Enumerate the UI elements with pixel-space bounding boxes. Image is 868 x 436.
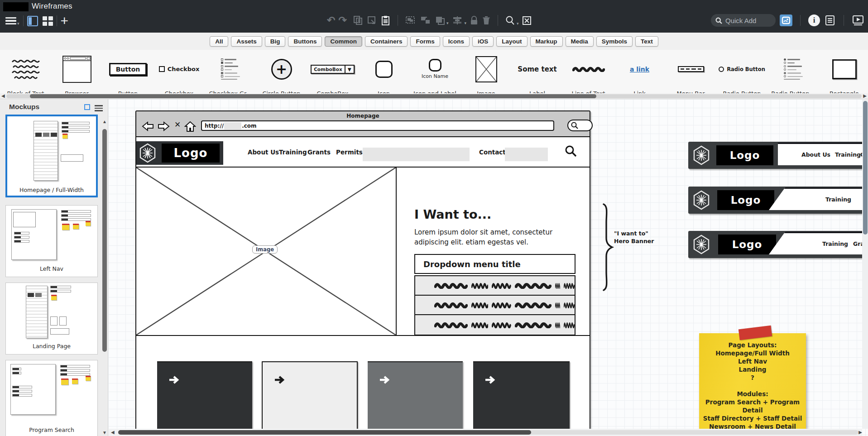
tab-ios[interactable]: iOS — [472, 36, 494, 47]
url-suffix: .com — [242, 123, 256, 129]
category-tabbar: All Assets Big Buttons Common Containers… — [0, 33, 868, 50]
header-variant-2[interactable]: Logo Training — [688, 187, 866, 214]
canvas[interactable]: Homepage ✕ http:// .com — [108, 99, 868, 436]
sidebar-scrollbar[interactable]: ▲ ▼ — [102, 118, 107, 435]
tab-assets[interactable]: Assets — [231, 36, 262, 47]
sidebar-thumbnail-view-icon[interactable] — [84, 104, 90, 110]
quick-add-input[interactable] — [725, 17, 771, 24]
homepage-mockup-window[interactable]: Homepage ✕ http:// .com — [135, 110, 590, 436]
mockup-card-label: Landing Page — [6, 343, 97, 350]
palette-item-radio-button[interactable]: Radio Button Radio Button — [716, 50, 767, 99]
ui-library-button[interactable] — [780, 14, 792, 26]
palette-item-block-of-text[interactable]: Block of Text — [0, 50, 51, 99]
palette-scroll-thumb[interactable] — [30, 94, 596, 98]
icon-and-label-thumbnail: Icon Name — [409, 50, 460, 88]
header-variant-1[interactable]: Logo About Us Training Grants — [688, 142, 866, 169]
single-view-toggle[interactable] — [27, 16, 38, 26]
mockup-card-program-search[interactable]: Program Search — [5, 360, 98, 436]
variant-link: Training — [835, 151, 861, 158]
notes-button[interactable] — [824, 14, 836, 26]
tab-containers[interactable]: Containers — [365, 36, 408, 47]
hero-heading: I Want to... — [414, 207, 491, 221]
header-variant-3[interactable]: Logo Training Grants — [688, 231, 866, 258]
mockup-card-landing-page[interactable]: Landing Page — [5, 283, 98, 355]
add-mockup-button[interactable]: + — [61, 16, 69, 26]
canvas-horizontal-scrollbar[interactable]: ◀ ▶ — [108, 429, 862, 436]
zoom-icon[interactable]: ▾ — [505, 15, 519, 26]
app-title: Wireframes — [32, 2, 72, 11]
palette-item-circle-button[interactable]: + Circle Button — [256, 50, 307, 99]
variant-logo: Logo — [716, 145, 773, 165]
nav-link-permits: Permits — [336, 149, 363, 156]
palette-scrollbar[interactable]: ◀ ▶ — [0, 93, 868, 99]
tab-all[interactable]: All — [210, 36, 228, 47]
mockup-card-left-nav[interactable]: Left Nav — [5, 205, 98, 277]
sticky-line: Staff Directory + Staff Detail — [699, 414, 806, 422]
tab-common[interactable]: Common — [325, 36, 362, 47]
redo-icon[interactable]: ↷ — [338, 16, 346, 25]
tab-layout[interactable]: Layout — [496, 36, 527, 47]
canvas-hscroll-thumb[interactable] — [118, 430, 531, 435]
hero-banner-annotation: "I want to" Hero Banner — [614, 230, 654, 245]
palette-item-checkbox[interactable]: Checkbox Checkbox — [153, 50, 205, 99]
trash-icon[interactable] — [482, 15, 491, 25]
palette-item-link[interactable]: a link Link — [614, 50, 665, 99]
palette-item-line-of-text[interactable]: Line of Text — [563, 50, 614, 99]
nav-link-grants: Grants — [307, 149, 331, 156]
canvas-scroll-right-icon[interactable]: ▶ — [858, 430, 862, 435]
sticky-line: Left Nav — [699, 357, 806, 365]
layers-icon[interactable]: ▾ — [435, 15, 449, 25]
palette-item-radio-button-group[interactable]: Radio Button... — [767, 50, 819, 99]
app-window: Wireframes ▾ + ↶ ↷ ▾ ▾ ▾ — [0, 0, 868, 436]
palette-item-image[interactable]: Image — [460, 50, 512, 99]
main-menu-button[interactable]: ▾ — [5, 16, 19, 26]
mockup-card-homepage[interactable]: Homepage / Full-Width — [5, 115, 98, 197]
sidebar-scroll-up-icon[interactable]: ▲ — [102, 119, 107, 124]
variant-link: Training — [822, 240, 848, 247]
tab-text[interactable]: Text — [635, 36, 658, 47]
annotation-line: Hero Banner — [614, 237, 654, 245]
markup-toggle-icon[interactable] — [522, 15, 532, 26]
palette-item-combobox[interactable]: ComboBox▼ ComboBox — [307, 50, 358, 99]
ungroup-icon[interactable] — [420, 15, 432, 25]
palette-item-icon-and-label[interactable]: Icon Name Icon and Label — [409, 50, 460, 99]
sidebar-list-view-icon[interactable] — [95, 104, 103, 113]
canvas-vertical-scrollbar[interactable] — [862, 99, 868, 429]
tab-media[interactable]: Media — [566, 36, 594, 47]
sticky-note[interactable]: Page Layouts: Homepage/Full Width Left N… — [699, 333, 806, 436]
palette-item-rectangle[interactable]: Rectangle — [819, 50, 868, 99]
tab-icons[interactable]: Icons — [443, 36, 470, 47]
tab-buttons[interactable]: Buttons — [288, 36, 322, 47]
image-tag: Image — [252, 245, 278, 254]
undo-icon[interactable]: ↶ — [327, 16, 335, 25]
copy-icon[interactable] — [353, 15, 364, 25]
hexagon-logo-icon — [693, 190, 710, 210]
duplicate-icon[interactable] — [367, 15, 378, 25]
palette-item-menu-bar[interactable]: Menu Bar — [665, 50, 716, 99]
tab-forms[interactable]: Forms — [410, 36, 440, 47]
panel-icon — [27, 16, 38, 26]
sidebar-scroll-down-icon[interactable]: ▼ — [102, 430, 107, 435]
tab-symbols[interactable]: Symbols — [596, 36, 633, 47]
lock-icon[interactable] — [470, 15, 479, 25]
grid-view-toggle[interactable] — [43, 16, 53, 26]
canvas-scroll-left-icon[interactable]: ◀ — [111, 430, 115, 435]
group-icon[interactable] — [405, 15, 417, 25]
canvas-vscroll-thumb[interactable] — [863, 101, 868, 235]
palette-item-label[interactable]: Some text Label — [512, 50, 563, 99]
palette-item-browser[interactable]: Browser — [51, 50, 102, 99]
tab-markup[interactable]: Markup — [530, 36, 563, 47]
sidebar-scroll-thumb[interactable] — [102, 129, 107, 352]
presentation-button[interactable] — [852, 14, 864, 26]
quick-add-search[interactable] — [711, 14, 776, 27]
palette-scroll-left-icon[interactable]: ◀ — [1, 93, 5, 98]
palette-scroll-right-icon[interactable]: ▶ — [863, 93, 867, 98]
palette-item-icon[interactable]: Icon — [358, 50, 409, 99]
align-icon[interactable]: ▾ — [451, 15, 466, 25]
tab-big[interactable]: Big — [265, 36, 286, 47]
header-bar: Wireframes ▾ + ↶ ↷ ▾ ▾ ▾ — [0, 0, 868, 33]
palette-item-checkbox-group[interactable]: Checkbox Gr... — [205, 50, 256, 99]
info-button[interactable]: i — [808, 14, 820, 26]
paste-icon[interactable] — [381, 15, 391, 26]
palette-item-button[interactable]: Button Button — [102, 50, 153, 99]
